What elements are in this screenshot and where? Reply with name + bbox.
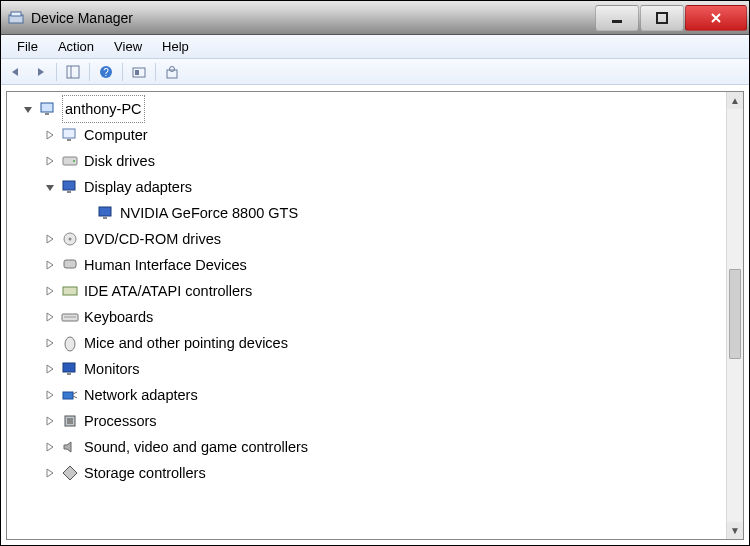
expand-icon[interactable]	[43, 336, 57, 350]
mouse-icon	[60, 333, 80, 353]
network-adapter-icon	[60, 385, 80, 405]
expand-icon[interactable]	[43, 284, 57, 298]
tree-item-label: DVD/CD-ROM drives	[84, 226, 229, 252]
expand-icon[interactable]	[43, 414, 57, 428]
menu-help[interactable]: Help	[152, 37, 199, 56]
expand-icon[interactable]	[43, 388, 57, 402]
processor-icon	[60, 411, 80, 431]
svg-rect-2	[612, 20, 622, 23]
tree-category-sound[interactable]: Sound, video and game controllers	[9, 434, 741, 460]
minimize-button[interactable]	[595, 5, 639, 31]
tree-category-disk-drives[interactable]: Disk drives	[9, 148, 741, 174]
tree-category-ide[interactable]: IDE ATA/ATAPI controllers	[9, 278, 741, 304]
tree-item-label: Disk drives	[84, 148, 163, 174]
svg-rect-18	[63, 181, 75, 190]
expand-icon[interactable]	[43, 258, 57, 272]
help-button[interactable]: ?	[95, 62, 117, 82]
tree-item-label: Computer	[84, 122, 156, 148]
svg-rect-24	[64, 260, 76, 268]
svg-point-17	[73, 160, 75, 162]
svg-rect-4	[67, 66, 79, 78]
content-area: anthony-PC Computer Disk drives	[1, 85, 749, 545]
toolbar-separator	[122, 63, 123, 81]
close-button[interactable]	[685, 5, 747, 31]
tree-root-label: anthony-PC	[62, 95, 145, 123]
svg-rect-3	[657, 13, 667, 23]
tree-category-hid[interactable]: Human Interface Devices	[9, 252, 741, 278]
svg-rect-30	[67, 373, 71, 375]
expand-icon[interactable]	[43, 310, 57, 324]
tree-category-processors[interactable]: Processors	[9, 408, 741, 434]
scan-hardware-button[interactable]	[128, 62, 150, 82]
toolbar-separator	[89, 63, 90, 81]
tree-category-dvd-cdrom[interactable]: DVD/CD-ROM drives	[9, 226, 741, 252]
disk-drive-icon	[60, 151, 80, 171]
tree-category-keyboards[interactable]: Keyboards	[9, 304, 741, 330]
menu-view[interactable]: View	[104, 37, 152, 56]
svg-rect-33	[67, 418, 73, 424]
tree-item-label: NVIDIA GeForce 8800 GTS	[120, 200, 306, 226]
optical-drive-icon	[60, 229, 80, 249]
collapse-icon[interactable]	[21, 102, 35, 116]
svg-rect-21	[103, 217, 107, 219]
sound-icon	[60, 437, 80, 457]
keyboard-icon	[60, 307, 80, 327]
tree-item-label: Sound, video and game controllers	[84, 434, 316, 460]
tree-category-monitors[interactable]: Monitors	[9, 356, 741, 382]
tree-root-node[interactable]: anthony-PC	[9, 96, 741, 122]
vertical-scrollbar[interactable]: ▲ ▼	[726, 92, 743, 539]
show-hide-tree-button[interactable]	[62, 62, 84, 82]
tree-item-label: Network adapters	[84, 382, 206, 408]
storage-controller-icon	[60, 463, 80, 483]
tree-category-computer[interactable]: Computer	[9, 122, 741, 148]
expand-icon[interactable]	[43, 466, 57, 480]
svg-rect-12	[41, 103, 53, 112]
forward-button[interactable]	[29, 62, 51, 82]
maximize-button[interactable]	[640, 5, 684, 31]
tree-item-label: IDE ATA/ATAPI controllers	[84, 278, 260, 304]
display-adapter-icon	[96, 203, 116, 223]
svg-rect-14	[63, 129, 75, 138]
svg-rect-25	[63, 287, 77, 295]
monitor-icon	[60, 359, 80, 379]
svg-text:?: ?	[103, 67, 109, 78]
scrollbar-thumb[interactable]	[729, 269, 741, 359]
expand-icon[interactable]	[43, 232, 57, 246]
tree-item-label: Display adapters	[84, 174, 200, 200]
expand-icon[interactable]	[43, 440, 57, 454]
tree-category-display-adapters[interactable]: Display adapters	[9, 174, 741, 200]
menu-action[interactable]: Action	[48, 37, 104, 56]
toolbar-separator	[56, 63, 57, 81]
back-button[interactable]	[5, 62, 27, 82]
ide-controller-icon	[60, 281, 80, 301]
menu-file[interactable]: File	[7, 37, 48, 56]
tree-item-label: Keyboards	[84, 304, 161, 330]
scroll-down-button[interactable]: ▼	[727, 522, 744, 539]
tree-category-storage[interactable]: Storage controllers	[9, 460, 741, 486]
expand-icon[interactable]	[43, 362, 57, 376]
svg-rect-29	[63, 363, 75, 372]
app-icon	[7, 9, 25, 27]
collapse-icon[interactable]	[43, 180, 57, 194]
svg-rect-15	[67, 139, 71, 141]
device-manager-window: Device Manager File Action View Help ?	[0, 0, 750, 546]
tree-category-network[interactable]: Network adapters	[9, 382, 741, 408]
scrollbar-track[interactable]	[727, 109, 743, 522]
computer-icon	[60, 125, 80, 145]
titlebar[interactable]: Device Manager	[1, 1, 749, 35]
expand-icon[interactable]	[43, 128, 57, 142]
svg-rect-13	[45, 113, 49, 115]
tree-item-label: Human Interface Devices	[84, 252, 255, 278]
svg-rect-31	[63, 392, 73, 399]
hid-icon	[60, 255, 80, 275]
properties-button[interactable]	[161, 62, 183, 82]
menubar: File Action View Help	[1, 35, 749, 59]
tree-category-mice[interactable]: Mice and other pointing devices	[9, 330, 741, 356]
tree-device-nvidia-gts[interactable]: NVIDIA GeForce 8800 GTS	[9, 200, 741, 226]
svg-rect-1	[11, 12, 21, 16]
device-tree[interactable]: anthony-PC Computer Disk drives	[7, 92, 743, 490]
display-adapter-icon	[60, 177, 80, 197]
expand-icon[interactable]	[43, 154, 57, 168]
toolbar-separator	[155, 63, 156, 81]
scroll-up-button[interactable]: ▲	[727, 92, 744, 109]
